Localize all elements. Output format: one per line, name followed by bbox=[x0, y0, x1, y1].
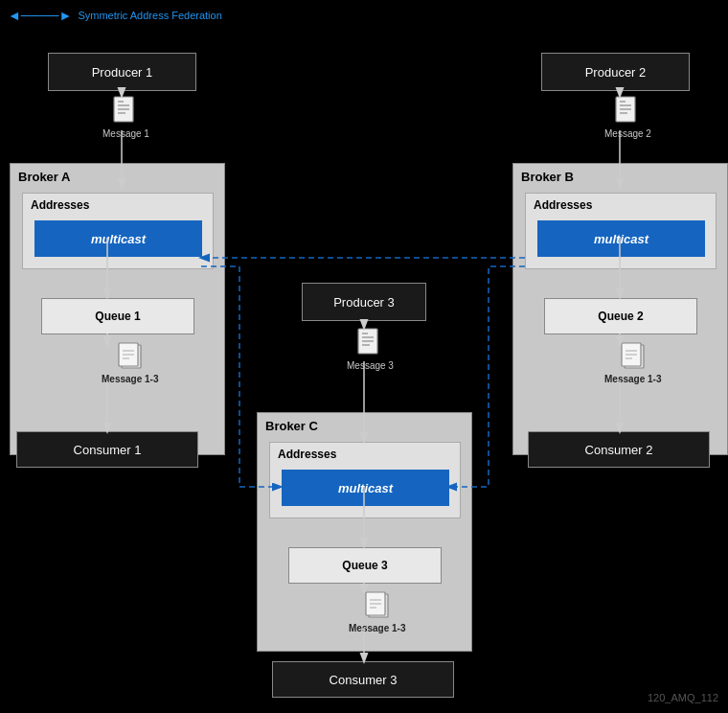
top-label: ◄────► Symmetric Address Federation bbox=[8, 8, 222, 23]
consumer2-box: Consumer 2 bbox=[528, 431, 710, 468]
message2-icon: Message 2 bbox=[604, 96, 651, 139]
addresses-panel-a: Addresses multicast bbox=[22, 193, 214, 269]
addresses-label-a: Addresses bbox=[31, 198, 89, 212]
broker-c-panel: Broker C Addresses multicast Queue 3 Mes… bbox=[257, 412, 472, 652]
federation-arrow-icon: ◄────► bbox=[8, 8, 72, 23]
producer2-label: Producer 2 bbox=[585, 65, 647, 80]
queue1-label: Queue 1 bbox=[95, 310, 140, 323]
multicast-btn-c[interactable]: multicast bbox=[282, 470, 449, 506]
consumer3-label: Consumer 3 bbox=[330, 673, 398, 687]
message1-label: Message 1 bbox=[102, 128, 149, 139]
multicast-label-c: multicast bbox=[338, 481, 393, 495]
message13c-label: Message 1-3 bbox=[349, 623, 405, 633]
queue3-box: Queue 3 bbox=[288, 547, 442, 584]
queue2-box: Queue 2 bbox=[544, 298, 697, 334]
producer1-label: Producer 1 bbox=[92, 65, 153, 80]
multicast-btn-a[interactable]: multicast bbox=[34, 220, 202, 257]
addresses-label-b: Addresses bbox=[534, 198, 592, 212]
broker-a-panel: Broker A Addresses multicast Queue 1 Mes… bbox=[10, 163, 225, 455]
multicast-label-b: multicast bbox=[594, 232, 648, 246]
producer1-box: Producer 1 bbox=[48, 53, 196, 91]
consumer1-box: Consumer 1 bbox=[16, 431, 198, 468]
message3-icon: Message 3 bbox=[347, 328, 394, 371]
consumer3-box: Consumer 3 bbox=[272, 661, 454, 698]
queue1-box: Queue 1 bbox=[41, 298, 194, 334]
broker-b-label: Broker B bbox=[521, 170, 574, 184]
message13b-icon: Message 1-3 bbox=[604, 341, 661, 384]
multicast-label-a: multicast bbox=[91, 232, 146, 246]
broker-b-panel: Broker B Addresses multicast Queue 2 Mes… bbox=[512, 163, 728, 455]
queue2-label: Queue 2 bbox=[598, 310, 643, 323]
queue3-label: Queue 3 bbox=[342, 559, 387, 572]
message13a-label: Message 1-3 bbox=[102, 374, 158, 384]
broker-a-label: Broker A bbox=[18, 170, 70, 184]
message2-label: Message 2 bbox=[604, 128, 651, 139]
producer3-label: Producer 3 bbox=[333, 295, 395, 310]
consumer2-label: Consumer 2 bbox=[585, 443, 653, 457]
addresses-panel-b: Addresses multicast bbox=[525, 193, 717, 269]
message13b-label: Message 1-3 bbox=[604, 374, 661, 384]
multicast-btn-b[interactable]: multicast bbox=[537, 220, 705, 257]
consumer1-label: Consumer 1 bbox=[74, 443, 142, 457]
message13a-icon: Message 1-3 bbox=[102, 341, 158, 384]
message13c-icon: Message 1-3 bbox=[349, 590, 405, 633]
watermark: 120_AMQ_112 bbox=[648, 692, 718, 703]
addresses-panel-c: Addresses multicast bbox=[269, 442, 461, 518]
message1-icon: Message 1 bbox=[102, 96, 149, 139]
message3-label: Message 3 bbox=[347, 360, 394, 371]
producer2-box: Producer 2 bbox=[541, 53, 690, 91]
addresses-label-c: Addresses bbox=[278, 448, 336, 461]
broker-c-label: Broker C bbox=[265, 419, 318, 433]
producer3-box: Producer 3 bbox=[302, 283, 426, 321]
federation-label: Symmetric Address Federation bbox=[78, 10, 221, 21]
